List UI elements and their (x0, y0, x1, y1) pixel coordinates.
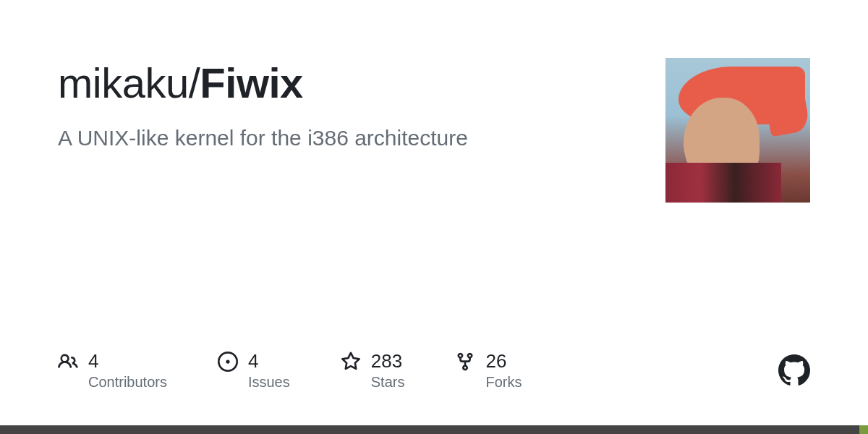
forks-label: Forks (485, 374, 522, 391)
stars-label: Stars (371, 374, 405, 391)
repo-title: mikaku/Fiwix (58, 58, 665, 109)
stat-issues[interactable]: 4 Issues (218, 350, 290, 391)
fork-icon (455, 352, 475, 372)
issue-icon (218, 352, 238, 372)
stat-forks[interactable]: 26 Forks (455, 350, 522, 391)
people-icon (58, 352, 78, 372)
repo-separator: / (189, 59, 200, 106)
star-icon (341, 352, 361, 372)
github-logo-icon[interactable] (778, 354, 810, 386)
repo-name[interactable]: Fiwix (200, 59, 303, 106)
contributors-label: Contributors (88, 374, 167, 391)
footer-bar (0, 425, 868, 434)
issues-count: 4 (248, 350, 290, 373)
issues-label: Issues (248, 374, 290, 391)
forks-count: 26 (485, 350, 522, 373)
avatar[interactable] (665, 58, 810, 203)
repo-owner[interactable]: mikaku (58, 59, 189, 106)
stat-contributors[interactable]: 4 Contributors (58, 350, 167, 391)
repo-description: A UNIX-like kernel for the i386 architec… (58, 126, 665, 150)
stat-stars[interactable]: 283 Stars (341, 350, 405, 391)
contributors-count: 4 (88, 350, 167, 373)
stars-count: 283 (371, 350, 405, 373)
